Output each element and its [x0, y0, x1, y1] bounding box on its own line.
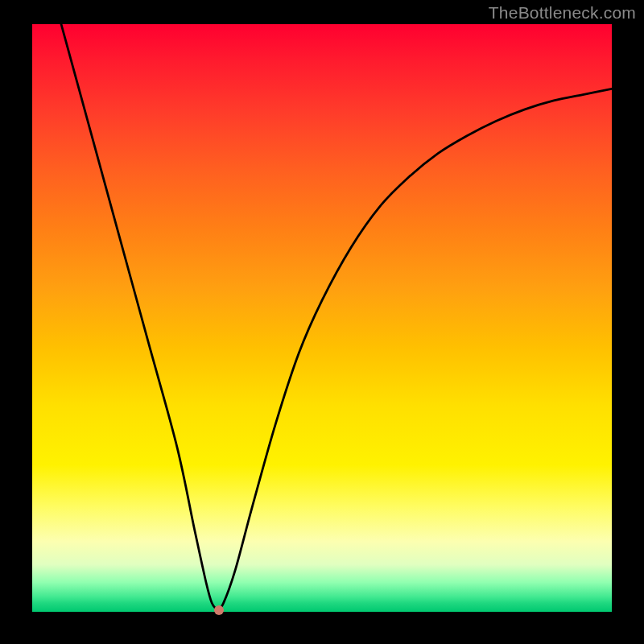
bottleneck-curve	[61, 24, 612, 609]
watermark-text: TheBottleneck.com	[489, 3, 636, 23]
chart-container: TheBottleneck.com	[0, 0, 644, 644]
curve-svg	[32, 24, 612, 612]
marker-dot	[214, 605, 224, 615]
